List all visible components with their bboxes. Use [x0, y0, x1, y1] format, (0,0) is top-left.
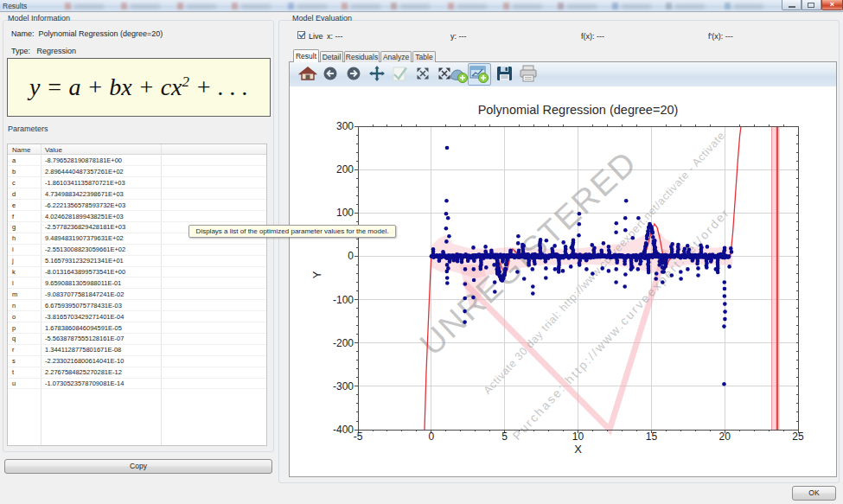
svg-text:-300: -300 [333, 380, 354, 392]
svg-text:0: 0 [348, 250, 354, 262]
svg-text:5: 5 [501, 431, 508, 443]
svg-text:25: 25 [792, 431, 804, 443]
svg-text:-200: -200 [333, 337, 354, 349]
svg-text:300: 300 [336, 120, 354, 132]
svg-text:15: 15 [646, 431, 658, 443]
svg-text:100: 100 [336, 207, 354, 219]
svg-text:-400: -400 [333, 424, 354, 436]
svg-text:Y: Y [310, 271, 323, 278]
svg-text:200: 200 [336, 163, 354, 175]
svg-text:-5: -5 [354, 431, 363, 443]
svg-text:20: 20 [719, 431, 731, 443]
svg-text:0: 0 [428, 431, 434, 443]
svg-text:10: 10 [572, 431, 584, 443]
svg-text:-100: -100 [333, 294, 354, 306]
svg-text:X: X [574, 443, 582, 456]
